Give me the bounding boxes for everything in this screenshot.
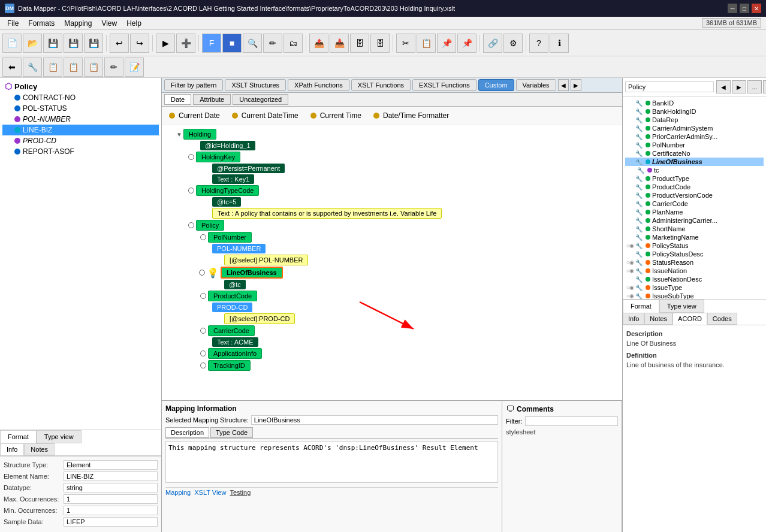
tb-undo[interactable]: ↩ (110, 34, 129, 53)
btm-tab-testing[interactable]: Testing (230, 489, 251, 496)
rt-tab-acord[interactable]: ACORD (672, 313, 707, 325)
tb-cut[interactable]: ✂ (396, 34, 415, 53)
tab-xslt-functions[interactable]: XSLT Functions (351, 79, 411, 91)
rt-item-certificateno[interactable]: 🔧 CertificateNo (625, 149, 764, 158)
rt-item-statusreason[interactable]: ○◉ 🔧 StatusReason (625, 258, 764, 267)
tb-save2[interactable]: 💾 (64, 34, 83, 53)
xml-tree-area[interactable]: ▼ Holding @id=Holding_1 HoldingKey (162, 125, 622, 400)
xml-node-select-polnumber[interactable]: [@select]:POL-NUMBER (224, 255, 308, 265)
xml-node-text-policy[interactable]: Text : A policy that contains or is supp… (212, 208, 442, 219)
xml-node-tc[interactable]: @tc (224, 280, 246, 289)
rt-tab-format[interactable]: Format (623, 300, 659, 313)
mapping-description[interactable]: This mapping structure represents ACORD'… (165, 441, 498, 483)
rt-item-admincarrier[interactable]: 🔧 AdministeringCarrier... (625, 216, 764, 225)
tb-help[interactable]: ? (529, 34, 548, 53)
rt-item-issuesubtype[interactable]: ○◉ 🔧 IssueSubType (625, 292, 764, 299)
rt-item-datarep[interactable]: 🔧 DataRep (625, 116, 764, 124)
xml-node-select-prodcd[interactable]: [@select]:PROD-CD (224, 313, 295, 324)
xml-node-prod-cd-blue[interactable]: PROD-CD (212, 303, 252, 312)
tb2-btn3[interactable]: 📋 (43, 58, 62, 77)
sub-tab-date[interactable]: Date (164, 94, 191, 105)
xml-node-pol-number-blue[interactable]: POL-NUMBER (212, 244, 266, 253)
left-tree-root[interactable]: ⬡ Policy (2, 80, 159, 92)
left-tree-item-reportasof[interactable]: REPORT-ASOF (2, 146, 159, 157)
date-option-datetime[interactable]: Current DateTime (232, 111, 298, 120)
tab-custom[interactable]: Custom (478, 79, 514, 91)
tb-copy[interactable]: 📋 (417, 34, 436, 53)
sub-tab-uncategorized[interactable]: Uncategorized (233, 94, 288, 105)
xml-node-polnumber[interactable]: PolNumber (208, 232, 252, 243)
rt-btn-back[interactable]: ◀ (716, 80, 731, 93)
tab-filter-pattern[interactable]: Filter by pattern (164, 79, 223, 91)
rt-btn-help[interactable]: ? (763, 80, 766, 93)
left-tab-format[interactable]: Format (0, 430, 37, 443)
tb2-btn6[interactable]: ✏ (104, 58, 123, 77)
left-tree-item-polstatus[interactable]: POL-STATUS (2, 103, 159, 114)
rt-item-tc[interactable]: 🔧 tc (625, 166, 764, 174)
left-tree-item-polnumber[interactable]: POL-NUMBER (2, 114, 159, 125)
rt-tab-codes[interactable]: Codes (707, 313, 737, 325)
sub-tab-attribute[interactable]: Attribute (193, 94, 231, 105)
menu-mapping[interactable]: Mapping (59, 18, 96, 29)
rt-tab-typeview[interactable]: Type view (659, 300, 704, 313)
tb-export[interactable]: 📤 (309, 34, 328, 53)
btm-tab-mapping[interactable]: Mapping (165, 489, 191, 496)
comments-filter-input[interactable] (525, 416, 619, 426)
tb-settings[interactable]: ⚙ (503, 34, 523, 53)
tb-open[interactable]: 📂 (23, 34, 42, 53)
xml-node-trackingid[interactable]: TrackingID (208, 360, 251, 371)
xml-node-text-key1[interactable]: Text : Key1 (212, 174, 254, 184)
date-option-time[interactable]: Current Time (310, 111, 361, 120)
node-holding[interactable]: ▼ Holding (164, 129, 620, 140)
left-tab-typeview[interactable]: Type view (37, 430, 82, 443)
tab-nav-prev[interactable]: ◀ (558, 79, 569, 91)
tb-save3[interactable]: 💾 (84, 34, 103, 53)
xml-node-holdingtypecode[interactable]: HoldingTypeCode (196, 185, 259, 196)
tab-xslt-structures[interactable]: XSLT Structures (225, 79, 286, 91)
tab-variables[interactable]: Variables (516, 79, 556, 91)
minimize-button[interactable]: ─ (728, 4, 737, 13)
tab-nav-next[interactable]: ▶ (571, 79, 581, 91)
expand-holding[interactable]: ▼ (176, 131, 182, 138)
xml-node-carriercode[interactable]: CarrierCode (208, 325, 255, 336)
tb-save[interactable]: 💾 (43, 34, 62, 53)
rt-item-carriercode[interactable]: 🔧 CarrierCode (625, 200, 764, 208)
mapping-tab-desc[interactable]: Description (165, 427, 209, 438)
rt-item-issuetype[interactable]: ○◉ 🔧 IssueType (625, 283, 764, 292)
rt-item-priorcarrier[interactable]: 🔧 PriorCarrierAdminSy... (625, 132, 764, 141)
xml-node-holding[interactable]: Holding (183, 129, 216, 140)
rt-item-shortname[interactable]: 🔧 ShortName (625, 225, 764, 233)
rt-item-policystatusdesc[interactable]: 🔧 PolicyStatusDesc (625, 250, 764, 258)
tab-exslt-functions[interactable]: EXSLT Functions (412, 79, 477, 91)
xml-node-text-acme[interactable]: Text : ACME (212, 337, 258, 347)
right-search-input[interactable] (625, 81, 714, 92)
rt-btn-forward[interactable]: ▶ (732, 80, 746, 93)
tb2-btn7[interactable]: 📝 (125, 58, 144, 77)
menu-formats[interactable]: Formats (23, 18, 59, 29)
tb-format[interactable]: F (202, 34, 221, 53)
tb-search[interactable]: 🔍 (243, 34, 262, 53)
rt-item-policystatus[interactable]: ○◉ 🔧 PolicyStatus (625, 241, 764, 250)
btm-tab-xsltview[interactable]: XSLT View (194, 489, 226, 496)
tb-format2[interactable]: ■ (222, 34, 242, 53)
tb2-btn2[interactable]: 🔧 (23, 58, 42, 77)
tb-new[interactable]: 📄 (2, 34, 22, 53)
rt-item-polnumber[interactable]: 🔧 PolNumber (625, 141, 764, 149)
xml-node-persist[interactable]: @Persist=Permanent (212, 164, 285, 173)
rt-btn-more[interactable]: ... (747, 80, 762, 93)
tb2-btn4[interactable]: 📋 (64, 58, 83, 77)
xml-node-id-holding[interactable]: @id=Holding_1 (200, 141, 255, 150)
rt-item-producttype[interactable]: 🔧 ProductType (625, 174, 764, 183)
rt-item-productversioncode[interactable]: 🔧 ProductVersionCode (625, 191, 764, 200)
xml-node-lineofbusiness[interactable]: LineOfBusiness (221, 267, 283, 279)
maximize-button[interactable]: □ (740, 4, 749, 13)
menu-view[interactable]: View (96, 18, 122, 29)
tb-filter[interactable]: 🗂 (284, 34, 303, 53)
tb-db[interactable]: 🗄 (350, 34, 369, 53)
tab-xpath-functions[interactable]: XPath Functions (288, 79, 349, 91)
date-option-current[interactable]: Current Date (169, 111, 220, 120)
rt-item-carrieradmin[interactable]: 🔧 CarrierAdminSystem (625, 124, 764, 132)
left-tree-item-contract[interactable]: CONTRACT-NO (2, 92, 159, 103)
left-tab-notes[interactable]: Notes (24, 443, 55, 455)
xml-node-applicationinfo[interactable]: ApplicationInfo (208, 348, 262, 359)
